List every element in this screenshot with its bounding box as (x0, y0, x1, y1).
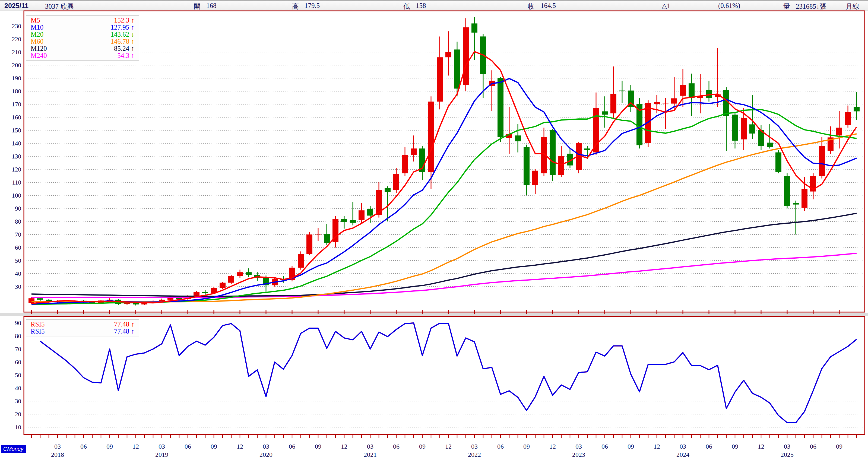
candlestick-chart[interactable]: 2302202102001901801701601501401301201101… (0, 0, 868, 460)
svg-text:09: 09 (523, 443, 530, 450)
svg-text:03: 03 (576, 443, 582, 450)
svg-text:09: 09 (211, 443, 217, 450)
svg-text:03: 03 (784, 443, 790, 450)
svg-text:70: 70 (15, 346, 21, 352)
rsi-row-rsi5: RSI577.48 ↑ (31, 321, 134, 328)
svg-text:180: 180 (12, 88, 22, 95)
ma-legend: M5152.3 ↑M10127.95 ↑M20143.62 ↓M60146.78… (26, 16, 139, 61)
svg-text:70: 70 (15, 231, 21, 238)
svg-text:20: 20 (15, 411, 21, 418)
svg-text:2020: 2020 (259, 451, 273, 458)
ma-series-label: M240 (31, 52, 47, 59)
ma-row-m60: M60146.78 ↑ (31, 38, 134, 45)
svg-text:30: 30 (15, 283, 21, 290)
svg-text:60: 60 (15, 359, 21, 366)
svg-text:10: 10 (15, 424, 21, 431)
svg-text:210: 210 (12, 49, 22, 56)
ma-row-m240: M24054.3 ↑ (31, 52, 134, 59)
ma-series-value: 54.3 ↑ (118, 52, 135, 59)
rsi-legend: RSI577.48 ↑RSI577.48 ↑ (26, 319, 139, 336)
rsi-series-label: RSI5 (31, 328, 44, 335)
svg-text:50: 50 (15, 372, 21, 378)
svg-text:06: 06 (185, 443, 191, 450)
ma-series-value: 152.3 ↑ (114, 17, 134, 24)
svg-text:80: 80 (15, 218, 21, 225)
svg-text:03: 03 (54, 443, 61, 450)
svg-text:2023: 2023 (572, 451, 585, 458)
svg-text:06: 06 (706, 443, 712, 450)
svg-text:09: 09 (315, 443, 321, 450)
svg-text:80: 80 (15, 333, 21, 339)
svg-text:230: 230 (12, 23, 22, 30)
svg-text:03: 03 (158, 443, 165, 450)
svg-text:90: 90 (15, 320, 21, 327)
svg-text:09: 09 (106, 443, 113, 450)
svg-text:06: 06 (80, 443, 87, 450)
svg-text:03: 03 (367, 443, 373, 450)
svg-text:12: 12 (132, 443, 139, 450)
ma-series-value: 127.95 ↑ (111, 24, 135, 31)
svg-text:40: 40 (15, 270, 21, 277)
svg-text:170: 170 (12, 101, 22, 108)
svg-text:110: 110 (12, 179, 21, 186)
svg-text:30: 30 (15, 398, 21, 405)
svg-text:06: 06 (393, 443, 400, 450)
svg-text:150: 150 (12, 127, 22, 134)
svg-text:06: 06 (497, 443, 504, 450)
rsi-series-value: 77.48 ↑ (114, 328, 134, 335)
ma-row-m10: M10127.95 ↑ (31, 24, 134, 31)
svg-text:2021: 2021 (364, 451, 377, 458)
ma-series-label: M60 (31, 38, 43, 45)
svg-text:12: 12 (445, 443, 452, 450)
svg-text:12: 12 (341, 443, 347, 450)
rsi-series-value: 77.48 ↑ (114, 321, 134, 328)
svg-text:2018: 2018 (51, 451, 64, 458)
svg-text:09: 09 (627, 443, 634, 450)
svg-text:09: 09 (732, 443, 738, 450)
svg-text:12: 12 (758, 443, 764, 450)
svg-text:09: 09 (419, 443, 426, 450)
svg-text:120: 120 (12, 166, 22, 173)
svg-text:220: 220 (12, 36, 22, 42)
svg-text:03: 03 (471, 443, 478, 450)
cmoney-monthly-chart-app: 2025/11 3037 欣興 開 168 高 179.5 低 158 收 16… (0, 0, 868, 460)
svg-text:09: 09 (836, 443, 842, 450)
ma-row-m20: M20143.62 ↓ (31, 31, 134, 38)
svg-text:2025: 2025 (781, 451, 794, 458)
svg-text:06: 06 (289, 443, 295, 450)
rsi-row-rsi5: RSI577.48 ↑ (31, 328, 134, 335)
svg-text:06: 06 (810, 443, 816, 450)
ma-series-label: M10 (31, 24, 43, 31)
svg-text:03: 03 (680, 443, 686, 450)
ma-series-label: M120 (31, 45, 47, 52)
ma-row-m5: M5152.3 ↑ (31, 17, 134, 24)
svg-text:2022: 2022 (468, 451, 481, 458)
rsi-series-label: RSI5 (31, 321, 44, 328)
svg-text:12: 12 (654, 443, 660, 450)
svg-text:12: 12 (237, 443, 243, 450)
ma-row-m120: M12085.24 ↑ (31, 45, 134, 52)
svg-text:2024: 2024 (676, 451, 689, 458)
cmoney-logo: CMoney (1, 446, 26, 453)
svg-text:50: 50 (15, 257, 21, 264)
svg-text:160: 160 (12, 114, 22, 121)
svg-text:190: 190 (12, 75, 22, 82)
svg-text:2019: 2019 (155, 451, 168, 458)
svg-text:140: 140 (12, 140, 22, 147)
svg-text:90: 90 (15, 205, 21, 212)
svg-text:130: 130 (12, 153, 22, 160)
svg-text:60: 60 (15, 244, 21, 251)
ma-series-value: 146.78 ↑ (111, 38, 135, 45)
svg-text:03: 03 (263, 443, 269, 450)
svg-text:100: 100 (12, 192, 22, 199)
svg-text:40: 40 (15, 385, 21, 392)
svg-text:200: 200 (12, 62, 22, 69)
svg-text:06: 06 (601, 443, 608, 450)
ma-series-label: M5 (31, 17, 40, 24)
ma-series-value: 143.62 ↓ (111, 31, 135, 38)
ma-series-value: 85.24 ↑ (114, 45, 134, 52)
ma-series-label: M20 (31, 31, 43, 38)
svg-text:12: 12 (549, 443, 556, 450)
